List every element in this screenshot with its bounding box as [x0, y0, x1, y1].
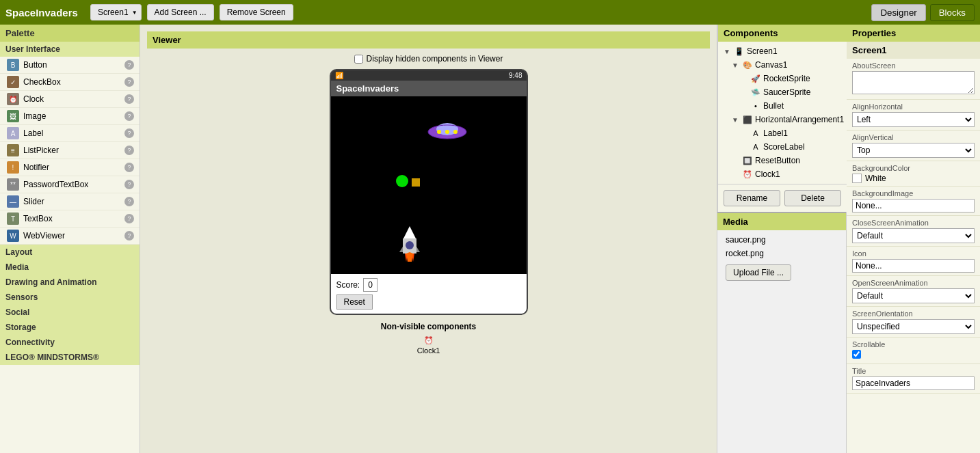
remove-screen-button[interactable]: Remove Screen: [220, 4, 293, 20]
green-ball: [396, 175, 408, 187]
webviewer-label: WebViewer: [23, 231, 120, 241]
clock-icon: ⏰: [7, 93, 19, 105]
display-hidden-checkbox[interactable]: [354, 55, 363, 64]
checkbox-info-icon[interactable]: ?: [124, 77, 134, 87]
clock1-tree-label: Clock1: [755, 169, 780, 179]
openscreenanimation-select[interactable]: Default: [852, 288, 975, 303]
palette-item-checkbox[interactable]: ✓ CheckBox ?: [0, 74, 140, 91]
bullet-icon: •: [750, 100, 761, 111]
palette-section-sensors: Sensors: [0, 290, 140, 305]
palette-item-webviewer[interactable]: W WebViewer ?: [0, 228, 140, 245]
screen1-toggle[interactable]: ▼: [724, 48, 732, 55]
blocks-button[interactable]: Blocks: [930, 4, 975, 21]
clock-small-icon: ⏰: [424, 336, 434, 345]
non-visible-section: Non-visible components ⏰ Clock1: [147, 322, 710, 355]
designer-button[interactable]: Designer: [871, 4, 925, 21]
palette-item-slider[interactable]: — Slider ?: [0, 193, 140, 210]
alignvertical-select[interactable]: Top Center Bottom: [852, 143, 975, 158]
svg-marker-9: [399, 247, 403, 252]
rocketsprite-icon: 🚀: [750, 73, 761, 84]
palette-item-button[interactable]: B Button ?: [0, 57, 140, 74]
prop-alignhorizontal: AlignHorizontal Left Center Right: [847, 100, 980, 131]
button-icon: B: [7, 59, 19, 71]
label-icon: A: [7, 127, 19, 139]
tree-item-canvas1[interactable]: ▼ 🎨 Canvas1: [729, 58, 844, 72]
tree-item-saucersprite[interactable]: 🛸 SaucerSprite: [737, 85, 844, 99]
palette-item-textbox[interactable]: T TextBox ?: [0, 210, 140, 228]
reset-button[interactable]: Reset: [336, 294, 373, 310]
tree-item-clock1[interactable]: ⏰ Clock1: [729, 167, 844, 181]
rocketsprite-label: RocketSprite: [763, 74, 810, 83]
non-visible-title: Non-visible components: [147, 322, 710, 331]
add-screen-button[interactable]: Add Screen ...: [147, 4, 214, 20]
prop-alignvertical: AlignVertical Top Center Bottom: [847, 131, 980, 161]
score-box: 0: [363, 278, 378, 292]
phone-frame: 📶 9:48 SpaceInvaders: [330, 69, 528, 315]
palette-item-listpicker[interactable]: ≡ ListPicker ?: [0, 142, 140, 159]
tree-item-bullet[interactable]: • Bullet: [737, 99, 844, 113]
tree-item-scorelabel[interactable]: A ScoreLabel: [737, 140, 844, 154]
prop-closescreenanimation: CloseScreenAnimation Default: [847, 216, 980, 247]
icon-label: Icon: [852, 249, 975, 258]
webviewer-info-icon[interactable]: ?: [124, 231, 134, 241]
components-panel: Components ▼ 📱 Screen1 ▼ 🎨 Canvas1: [717, 25, 847, 212]
saucersprite-label: SaucerSprite: [763, 87, 810, 97]
screenorientation-select[interactable]: Unspecified Portrait Landscape: [852, 319, 975, 334]
slider-info-icon[interactable]: ?: [124, 197, 134, 206]
tree-item-rocketsprite[interactable]: 🚀 RocketSprite: [737, 72, 844, 85]
upload-file-button[interactable]: Upload File ...: [726, 264, 791, 281]
media-file-saucer[interactable]: saucer.png: [720, 233, 843, 247]
tree-item-harrangement1[interactable]: ▼ ⬛ HorizontalArrangement1: [729, 113, 844, 126]
display-hidden-label: Display hidden components in Viewer: [367, 54, 503, 64]
alignhorizontal-label: AlignHorizontal: [852, 102, 975, 111]
passwordtextbox-info-icon[interactable]: ?: [124, 180, 134, 189]
tree-item-label1[interactable]: A Label1: [737, 126, 844, 140]
small-square: [412, 178, 420, 187]
component-tree: ▼ 📱 Screen1 ▼ 🎨 Canvas1 🚀 RocketSprite: [718, 42, 847, 184]
non-visible-clock1: ⏰ Clock1: [417, 336, 440, 355]
image-info-icon[interactable]: ?: [124, 111, 134, 121]
harrangement1-toggle[interactable]: ▼: [732, 116, 740, 124]
tree-item-screen1[interactable]: ▼ 📱 Screen1: [721, 44, 844, 58]
delete-button[interactable]: Delete: [784, 190, 841, 206]
backgroundcolor-swatch[interactable]: [852, 174, 862, 183]
listpicker-info-icon[interactable]: ?: [124, 146, 134, 155]
phone-title-bar: SpaceInvaders: [331, 81, 527, 96]
alignhorizontal-select[interactable]: Left Center Right: [852, 112, 975, 127]
phone-ui: Score: 0 Reset: [331, 274, 527, 314]
title-input[interactable]: [852, 376, 975, 390]
palette-item-clock[interactable]: ⏰ Clock ?: [0, 91, 140, 108]
backgroundcolor-value: White: [865, 174, 886, 183]
closescreenanimation-select[interactable]: Default: [852, 228, 975, 243]
palette-item-notifier[interactable]: ! Notifier ?: [0, 159, 140, 176]
palette-item-label[interactable]: A Label ?: [0, 125, 140, 142]
clock-label: Clock: [23, 94, 120, 104]
scrollable-checkbox[interactable]: [852, 350, 861, 359]
palette-section-storage: Storage: [0, 320, 140, 335]
textbox-info-icon[interactable]: ?: [124, 214, 134, 223]
palette-item-passwordtextbox[interactable]: ** PasswordTextBox ?: [0, 176, 140, 193]
wifi-icon: 📶: [335, 72, 343, 79]
passwordtextbox-label: PasswordTextBox: [23, 180, 120, 189]
aboutscreen-input[interactable]: [852, 71, 975, 94]
icon-input[interactable]: [852, 259, 975, 273]
alignvertical-label: AlignVertical: [852, 133, 975, 141]
palette-panel: Palette User Interface B Button ? ✓ Chec…: [0, 25, 140, 453]
rename-button[interactable]: Rename: [724, 190, 780, 206]
button-info-icon[interactable]: ?: [124, 60, 134, 70]
canvas1-toggle[interactable]: ▼: [732, 61, 740, 69]
notifier-info-icon[interactable]: ?: [124, 163, 134, 172]
screen-dropdown[interactable]: Screen1: [90, 4, 142, 20]
svg-marker-10: [416, 247, 420, 252]
label-info-icon[interactable]: ?: [124, 128, 134, 138]
tree-item-resetbutton[interactable]: 🔲 ResetButton: [729, 154, 844, 167]
svg-point-8: [406, 241, 414, 249]
palette-item-image[interactable]: 🖼 Image ?: [0, 108, 140, 125]
media-file-rocket[interactable]: rocket.png: [720, 247, 843, 260]
openscreenanimation-label: OpenScreenAnimation: [852, 279, 975, 287]
clock-info-icon[interactable]: ?: [124, 94, 134, 104]
media-header: Media: [717, 213, 846, 230]
notifier-icon: !: [7, 161, 19, 174]
backgroundimage-input[interactable]: [852, 199, 975, 212]
phone-canvas: [331, 96, 527, 274]
